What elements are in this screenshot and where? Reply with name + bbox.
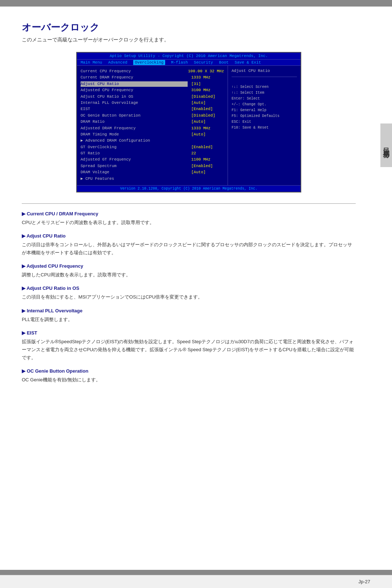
bios-row-pll: Internal PLL Overvoltage [Auto] [81, 100, 224, 106]
bios-row-oc-genie: OC Genie Button Operation [Disabled] [81, 113, 224, 118]
page-subtitle: このメニューで高級なユーザーがオーバークロックを行えます。 [22, 37, 356, 43]
doc-body-adj-cpu-freq: 調整したCPU周波数を表示します。読取専用です。 [22, 271, 356, 279]
bios-row-gt-freq: Adjusted GT Frequency 1100 MHz [81, 157, 224, 162]
bios-row-gt-oc: GT OverClocking [Enabled] [81, 145, 224, 150]
top-bar [0, 0, 392, 7]
bottom-bar: Jp-27 [0, 575, 392, 588]
menu-item-security: Security [194, 60, 213, 65]
bios-row-spread-spectrum: Spread Spectrum [Enabled] [81, 163, 224, 169]
bios-menu-bar: Main Menu Advanced Overclocking M-flash … [77, 60, 301, 66]
right-tab-text: 目次別冊 [382, 142, 391, 148]
menu-item-advanced: Advanced [108, 60, 127, 65]
doc-section-eist: EIST 拡張版インテル®SpeedStepテクノロジ(EIST)の有効/無効を… [22, 330, 356, 362]
doc-heading-oc-genie: OC Genie Button Operation [22, 368, 356, 374]
doc-section-adjust-cpu-ratio: Adjust CPU Ratio この項目は倍率をコントロールし、外部あるいはマ… [22, 233, 356, 257]
page-number: Jp-27 [358, 579, 370, 584]
doc-heading-adj-cpu-freq: Adjusted CPU Frequency [22, 263, 356, 269]
bios-left-panel: Current CPU Frequency 100.00 X 32 MHz Cu… [77, 66, 228, 185]
bios-row-cpu-ratio: Adjust CPU Ratio [31] [81, 81, 224, 87]
doc-section-adj-cpu-freq: Adjusted CPU Frequency 調整したCPU周波数を表示します。… [22, 263, 356, 279]
menu-item-main: Main Menu [81, 60, 102, 65]
bios-footer: Version 2.10.1208, Copyright (C) 2010 Am… [77, 185, 301, 192]
bios-row-dram-timing: DRAM Timing Mode [Auto] [81, 132, 224, 137]
bios-row-dram-freq: Current DRAM Frequency 1333 MHz [81, 75, 224, 80]
bios-row-adj-dram-freq: Adjusted DRAM Frequency 1333 MHz [81, 126, 224, 131]
bios-row-cpu-features: CPU Features [81, 176, 224, 182]
bios-row-cpu-ratio-os: Adjust CPU Ratio in OS [Disabled] [81, 94, 224, 100]
doc-heading-adjust-cpu-ratio: Adjust CPU Ratio [22, 233, 356, 239]
doc-section-pll: Internal PLL Overvoltage PLL電圧を調整します。 [22, 308, 356, 324]
bios-help-text: Adjust CPU Ratio [232, 69, 297, 73]
doc-body-eist: 拡張版インテル®SpeedStepテクノロジ(EIST)の有効/無効を設定します… [22, 338, 356, 362]
doc-heading-eist: EIST [22, 330, 356, 336]
doc-body-cpu-ratio-os: この項目を有効にすると、MSIアプリケーションでOSにはCPU倍率を変更できます… [22, 293, 356, 301]
section-divider [22, 203, 356, 204]
doc-body-cpu-dram-freq: CPUとメモリスピードの周波数を表示します。読取専用です。 [22, 219, 356, 227]
right-side-tab: 目次別冊 [380, 123, 392, 167]
doc-body-oc-genie: OC Genie機能を有効/無効にします。 [22, 376, 356, 384]
doc-section-cpu-dram-freq: Current CPU / DRAM Frequency CPUとメモリスピード… [22, 211, 356, 227]
menu-item-boot: Boot [219, 60, 229, 65]
bios-row-dram-ratio: DRAM Ratio [Auto] [81, 119, 224, 125]
doc-body-pll: PLL電圧を調整します。 [22, 316, 356, 324]
doc-body-adjust-cpu-ratio: この項目は倍率をコントロールし、外部あるいはマザーボードのクロックスピードに関す… [22, 241, 356, 257]
page-title: オーバークロック [22, 21, 356, 34]
main-content: オーバークロック このメニューで高級なユーザーがオーバークロックを行えます。 A… [0, 7, 377, 405]
bios-title-bar: Aptio Setup Utility - Copyright (C) 2010… [77, 53, 301, 60]
menu-item-save-exit: Save & Exit [235, 60, 261, 65]
bios-shortcuts: ↑↓: Select Screen ↑↓: Select Item Enter:… [232, 84, 297, 131]
bios-row-adj-cpu-freq: Adjusted CPU Frequency 3100 MHz [81, 88, 224, 93]
bios-row-cpu-freq: Current CPU Frequency 100.00 X 32 MHz [81, 69, 224, 74]
bios-right-panel: Adjust CPU Ratio ↑↓: Select Screen ↑↓: S… [228, 66, 301, 185]
doc-heading-pll: Internal PLL Overvoltage [22, 308, 356, 313]
bottom-gray-bar [0, 570, 392, 575]
bios-row-adv-dram: Advanced DRAM Configuration [81, 138, 224, 143]
bios-row-gt-ratio: GT Ratio 22 [81, 151, 224, 156]
doc-heading-cpu-dram-freq: Current CPU / DRAM Frequency [22, 211, 356, 216]
doc-section-oc-genie: OC Genie Button Operation OC Genie機能を有効/… [22, 368, 356, 384]
doc-section-cpu-ratio-os: Adjust CPU Ratio in OS この項目を有効にすると、MSIアプ… [22, 285, 356, 301]
menu-item-overclocking: Overclocking [133, 60, 165, 65]
doc-heading-cpu-ratio-os: Adjust CPU Ratio in OS [22, 285, 356, 291]
menu-item-mflash: M-flash [171, 60, 188, 65]
bios-screenshot: Aptio Setup Utility - Copyright (C) 2010… [76, 52, 301, 192]
bios-row-eist: EIST [Enabled] [81, 106, 224, 112]
bios-row-dram-voltage: DRAM Voltage [Auto] [81, 170, 224, 175]
bios-body: Current CPU Frequency 100.00 X 32 MHz Cu… [77, 66, 301, 185]
